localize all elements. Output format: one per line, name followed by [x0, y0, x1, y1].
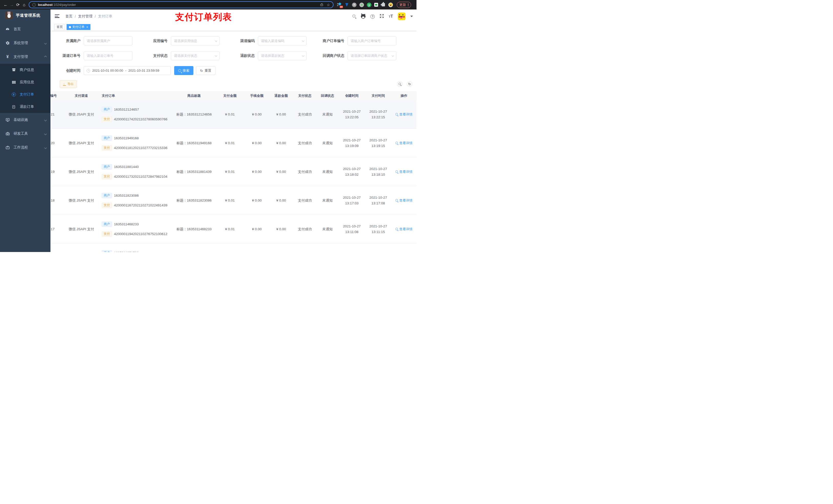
browser-profile-avatar[interactable] [388, 3, 393, 7]
active-dot-icon [69, 26, 71, 28]
breadcrumb-separator: / [75, 14, 76, 19]
browser-menu-icon[interactable] [408, 3, 409, 6]
pay-amount: ¥ 0.01 [215, 215, 245, 243]
breadcrumb-home[interactable]: 首页 [65, 14, 72, 19]
reset-button[interactable]: ↻ 重置 [196, 66, 215, 75]
bookmark-star-icon[interactable]: ☆ [327, 3, 330, 7]
chevron-down-icon [44, 146, 47, 149]
order-id: 17 [51, 227, 54, 231]
extensions-puzzle-icon[interactable] [381, 3, 385, 7]
create-time-range-picker[interactable]: 2021-10-01 00:00:00 - 2021-10-31 23:59:5… [84, 66, 171, 75]
view-detail-link[interactable]: 查看详情 [396, 141, 413, 145]
extension-diamond-icon[interactable]: 10 [337, 3, 342, 7]
briefcase-icon [5, 145, 10, 149]
sidebar-item-pay[interactable]: ¥ 支付管理 [0, 50, 50, 64]
refresh-table-button[interactable]: ↻ [407, 81, 412, 87]
site-info-icon[interactable]: i [32, 3, 36, 7]
sidebar-item-merchant-info[interactable]: 商户信息 [0, 64, 50, 76]
view-detail-link[interactable]: 查看详情 [396, 198, 413, 203]
view-detail-link[interactable]: 查看详情 [396, 170, 413, 174]
sidebar-item-devtools[interactable]: 研发工具 [0, 127, 50, 141]
home-icon[interactable]: ⌂ [21, 3, 27, 7]
avatar-dropdown-icon[interactable] [410, 16, 413, 17]
browser-update-button[interactable]: 更新 [397, 2, 411, 8]
view-detail-link[interactable]: 查看详情 [396, 112, 413, 117]
sidebar-item-pay-order[interactable]: ¥ 支付订单 [0, 88, 50, 101]
breadcrumb: 首页 / 支付管理 / 支付订单 [65, 9, 113, 23]
sidebar-item-app-info[interactable]: 应用信息 [0, 76, 50, 88]
chevron-down-icon [44, 133, 47, 135]
browser-toolbar: ← → ⟳ ⌂ i localhost :1024/pay/order ⎙ ☆ … [0, 0, 416, 9]
sidebar-item-workflow[interactable]: 工作流程 [0, 141, 50, 154]
tab-home[interactable]: 首页 [54, 24, 65, 30]
date-end: 2021-10-31 23:59:59 [128, 69, 159, 72]
create-time: 2021-10-2713:22:05 [339, 100, 365, 128]
refund-status-input[interactable] [258, 51, 307, 60]
pay-amount: ¥ 0.01 [215, 186, 245, 215]
pay-channel [63, 243, 100, 252]
fee-amount: ¥ 0.00 [245, 215, 269, 243]
pay-status-input[interactable] [171, 51, 219, 60]
merchant-tag: 商户 [102, 193, 112, 198]
sidebar-item-label: 系统管理 [14, 41, 28, 45]
app-logo-row[interactable]: 芋道管理系统 [0, 9, 50, 21]
address-bar[interactable]: i localhost :1024/pay/order ⎙ ☆ [29, 1, 334, 8]
github-icon[interactable] [361, 14, 365, 19]
notify-status-select[interactable] [348, 51, 396, 60]
extension-chat-icon[interactable] [374, 3, 378, 7]
pay-status-select[interactable] [171, 51, 219, 60]
view-detail-label: 查看详情 [399, 170, 413, 174]
app-filter-select[interactable] [171, 37, 219, 45]
merchant-filter-input[interactable] [84, 37, 133, 45]
order-id: 18 [51, 198, 54, 202]
extension-dot-icon[interactable] [359, 3, 364, 7]
font-size-icon[interactable]: TT [389, 14, 393, 19]
reload-icon[interactable]: ⟳ [15, 2, 21, 7]
merchant-order-no: 1635311949168 [114, 136, 139, 140]
help-icon[interactable]: ? [371, 14, 375, 19]
refund-amount: ¥ 0.00 [269, 100, 293, 128]
order-id: 21 [51, 113, 54, 116]
share-icon[interactable]: ⎙ [320, 3, 323, 7]
tab-pay-order[interactable]: 支付订单 × [67, 24, 90, 30]
forward-icon[interactable]: → [9, 3, 15, 7]
sidebar-item-home[interactable]: 首页 [0, 22, 50, 36]
pay-order-no: 4200001174202110278060590766 [114, 117, 167, 121]
channel-code-select[interactable] [258, 37, 307, 45]
search-icon[interactable] [353, 15, 356, 18]
pay-tag: 支付 [102, 174, 112, 179]
export-button[interactable]: 导出 [60, 80, 77, 88]
fullscreen-icon[interactable] [380, 14, 384, 19]
view-detail-link[interactable]: 查看详情 [396, 227, 413, 232]
pay-time: 2021-10-2713:11:15 [365, 215, 391, 243]
extension-kite-icon[interactable] [344, 3, 349, 7]
tab-label: 支付订单 [72, 25, 85, 29]
app-filter-input[interactable] [171, 37, 219, 45]
breadcrumb-pay[interactable]: 支付管理 [78, 14, 93, 19]
extension-y-icon[interactable]: y [367, 3, 372, 7]
merchant-order-no-input[interactable] [348, 37, 396, 45]
chevron-down-icon [44, 42, 47, 44]
close-icon[interactable]: × [86, 25, 88, 29]
notify-status-input[interactable] [348, 51, 396, 60]
channel-order-no-input[interactable] [84, 51, 133, 60]
user-avatar[interactable] [398, 13, 405, 20]
sidebar-item-system[interactable]: 系统管理 [0, 36, 50, 50]
search-button[interactable]: 搜索 [174, 66, 193, 75]
view-detail-label: 查看详情 [399, 227, 413, 232]
sidebar-item-infra[interactable]: 基础设施 [0, 113, 50, 127]
notify-status: 未通知 [316, 215, 339, 243]
show-search-toggle-button[interactable] [397, 81, 403, 87]
sidebar-item-refund-order[interactable]: 退款订单 [0, 101, 50, 113]
extension-command-icon[interactable]: ⌘ [352, 3, 357, 7]
sidebar-collapse-icon[interactable] [55, 14, 60, 18]
refund-status-select[interactable] [258, 51, 307, 60]
pay-status: 支付成功 [293, 215, 316, 243]
merchant-tag: 商户 [102, 107, 112, 112]
refund-amount: ¥ 0.00 [269, 215, 293, 243]
back-icon[interactable]: ← [3, 3, 9, 7]
col-id: 编号 [50, 94, 63, 98]
table-header: 编号 支付渠道 支付订单 商品标题 支付金额 手续金额 退款金额 支付状态 回调… [50, 91, 416, 100]
col-fee: 手续金额 [245, 94, 269, 98]
channel-code-input[interactable] [258, 37, 307, 45]
